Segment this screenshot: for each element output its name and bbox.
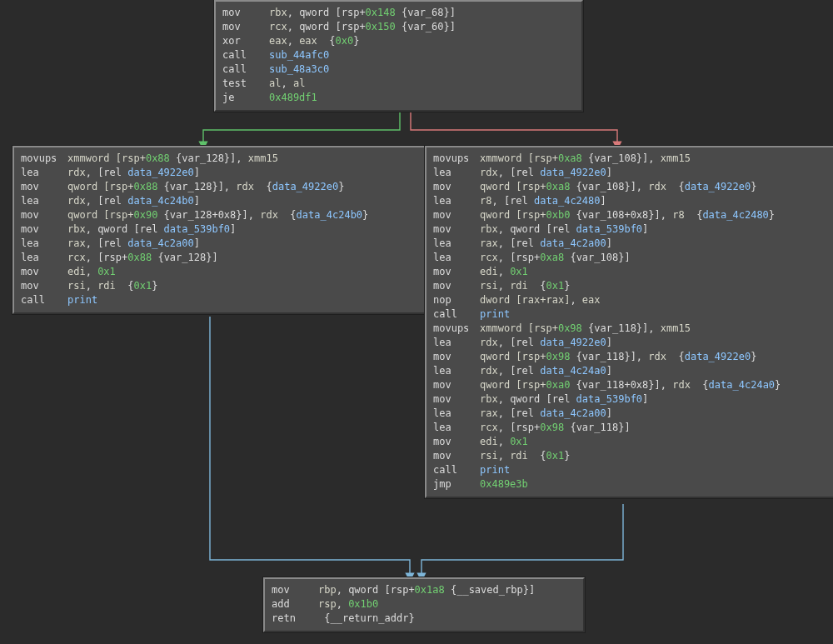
sym-token: print	[480, 464, 510, 476]
instruction-row[interactable]: leardx, [rel data_4c24a0]	[433, 364, 828, 378]
punct-token: }	[751, 351, 756, 362]
instruction-row[interactable]: movrsi, rdi {0x1}	[433, 279, 828, 293]
mnemonic: test	[222, 77, 269, 91]
instruction-row[interactable]: movqword [rsp+0x88 {var_128}], rdx {data…	[21, 180, 417, 194]
basic-block-right[interactable]: movupsxmmword [rsp+0xa8 {var_108}], xmm1…	[425, 146, 833, 498]
addr-token: 0xa0	[546, 379, 570, 391]
punct-token: ,	[498, 280, 510, 292]
instruction-row[interactable]: je0x489df1	[222, 91, 575, 105]
punct-token: {	[666, 181, 685, 192]
punct-token: }]	[444, 21, 456, 32]
punct-token: {	[116, 280, 134, 292]
instruction-row[interactable]: movrbx, qword [rel data_539bf0]	[433, 222, 828, 237]
sym-token: data_4c24a0	[540, 365, 606, 377]
instruction-row[interactable]: movupsxmmword [rsp+0xa8 {var_108}], xmm1…	[433, 152, 828, 166]
instruction-row[interactable]: movedi, 0x1	[21, 265, 417, 279]
punct-token: ,	[498, 266, 510, 277]
addr-token: 0x1	[510, 266, 528, 277]
punct-token: , [rel	[498, 365, 541, 377]
reg-token: rsp	[318, 598, 337, 610]
instruction-row[interactable]: movrbx, qword [rel data_539bf0]	[433, 392, 828, 407]
punct-token: }	[564, 450, 570, 462]
instruction-row[interactable]: movupsxmmword [rsp+0x88 {var_128}], xmm1…	[21, 152, 417, 166]
sym-token: data_4c2a00	[127, 237, 193, 249]
instruction-row[interactable]: learcx, [rsp+0x88 {var_128}]	[21, 251, 417, 265]
var-token: var_108	[576, 252, 619, 263]
reg-token: rsi	[480, 280, 498, 292]
instruction-row[interactable]: movedi, 0x1	[433, 435, 828, 449]
punct-token: , qword [rsp+	[287, 21, 366, 32]
instruction-row[interactable]: movrbp, qword [rsp+0x1a8 {__saved_rbp}]	[272, 583, 576, 597]
instruction-row[interactable]: leardx, [rel data_4c24b0]	[21, 194, 417, 208]
sym-token: data_4c2a00	[540, 407, 606, 419]
basic-block-exit[interactable]: movrbp, qword [rsp+0x1a8 {__saved_rbp}]a…	[263, 577, 585, 632]
instruction-row[interactable]: callprint	[433, 307, 828, 322]
basic-block-left[interactable]: movupsxmmword [rsp+0x88 {var_128}], xmm1…	[12, 146, 426, 314]
reg-token: qword [rsp+	[480, 351, 546, 362]
instruction-row[interactable]: leardx, [rel data_4922e0]	[21, 166, 417, 180]
instruction-row[interactable]: movrbx, qword [rsp+0x148 {var_68}]	[222, 6, 575, 20]
reg-token: edi	[480, 266, 498, 277]
mnemonic: je	[222, 91, 269, 105]
sym-token: data_4922e0	[685, 181, 751, 192]
instruction-row[interactable]: movrcx, qword [rsp+0x150 {var_60}]	[222, 20, 575, 34]
mnemonic: movups	[21, 152, 67, 166]
punct-token: ]	[194, 167, 200, 178]
reg-token: xmm15	[661, 322, 691, 334]
addr-token: 0x148	[366, 7, 396, 18]
instruction-row[interactable]: movqword [rsp+0x98 {var_118}], rdx {data…	[433, 350, 828, 364]
punct-token: ,	[86, 280, 97, 292]
instruction-row[interactable]: callsub_44afc0	[222, 48, 575, 62]
punct-token: ]	[606, 337, 612, 348]
instruction-row[interactable]: addrsp, 0x1b0	[272, 597, 576, 612]
punct-token: {	[157, 181, 169, 192]
punct-token: }],	[224, 152, 248, 164]
instruction-row[interactable]: testal, al	[222, 77, 575, 91]
reg-token: r8	[480, 195, 491, 207]
instruction-row[interactable]: lear8, [rel data_4c2480]	[433, 194, 828, 208]
instruction-row[interactable]: movqword [rsp+0xa8 {var_108}], rdx {data…	[433, 180, 828, 194]
sym-token: data_4c2480	[534, 195, 600, 207]
instruction-row[interactable]: movedi, 0x1	[433, 265, 828, 279]
instruction-row[interactable]: movupsxmmword [rsp+0x98 {var_118}], xmm1…	[433, 322, 828, 336]
addr-token: 0x150	[366, 21, 396, 32]
instruction-row[interactable]: movqword [rsp+0x90 {var_128+0x8}], rdx {…	[21, 208, 417, 222]
instruction-row[interactable]: retn {__return_addr}	[272, 612, 576, 626]
addr-token: 0x489df1	[269, 92, 317, 103]
instruction-row[interactable]: callprint	[433, 463, 828, 477]
reg-token: xmmword [rsp+	[480, 152, 558, 164]
instruction-row[interactable]: xoreax, eax {0x0}	[222, 34, 575, 48]
instruction-row[interactable]: leardx, [rel data_4922e0]	[433, 336, 828, 350]
reg-token: eax	[269, 35, 287, 47]
punct-token: }],	[236, 209, 260, 221]
var-token: var_128+0x8	[170, 209, 236, 221]
instruction-row[interactable]: leardx, [rel data_4922e0]	[433, 166, 828, 180]
instruction-row[interactable]: learax, [rel data_4c2a00]	[433, 407, 828, 421]
punct-token: ]	[194, 237, 200, 249]
instruction-row[interactable]: movqword [rsp+0xa0 {var_118+0x8}], rdx {…	[433, 378, 828, 392]
sym-token: data_4c24a0	[709, 379, 775, 391]
reg-token: rcx	[269, 21, 287, 32]
mnemonic: lea	[21, 194, 67, 208]
instruction-row[interactable]: movrsi, rdi {0x1}	[433, 449, 828, 463]
instruction-row[interactable]: nopdword [rax+rax], eax	[433, 293, 828, 307]
instruction-row[interactable]: learax, [rel data_4c2a00]	[21, 237, 417, 251]
instruction-row[interactable]: jmp0x489e3b	[433, 477, 828, 492]
instruction-row[interactable]: learax, [rel data_4c2a00]	[433, 237, 828, 251]
punct-token: {	[157, 209, 169, 221]
punct-token: {	[445, 584, 456, 596]
instruction-row[interactable]: movrsi, rdi {0x1}	[21, 279, 417, 293]
basic-block-entry[interactable]: movrbx, qword [rsp+0x148 {var_68}]movrcx…	[214, 0, 583, 112]
instruction-row[interactable]: callsub_48a3c0	[222, 62, 575, 77]
punct-token: {	[564, 252, 576, 263]
instruction-row[interactable]: learcx, [rsp+0x98 {var_118}]	[433, 421, 828, 435]
reg-token: rbx	[480, 393, 498, 405]
sym-token: sub_44afc0	[269, 49, 329, 61]
instruction-row[interactable]: movqword [rsp+0xb0 {var_108+0x8}], r8 {d…	[433, 208, 828, 222]
instruction-row[interactable]: callprint	[21, 293, 417, 307]
reg-token: eax	[582, 294, 601, 306]
instruction-row[interactable]: movrbx, qword [rel data_539bf0]	[21, 222, 417, 237]
reg-token: rbx	[67, 223, 86, 235]
instruction-row[interactable]: learcx, [rsp+0xa8 {var_108}]	[433, 251, 828, 265]
punct-token: , [rsp+	[498, 422, 541, 433]
